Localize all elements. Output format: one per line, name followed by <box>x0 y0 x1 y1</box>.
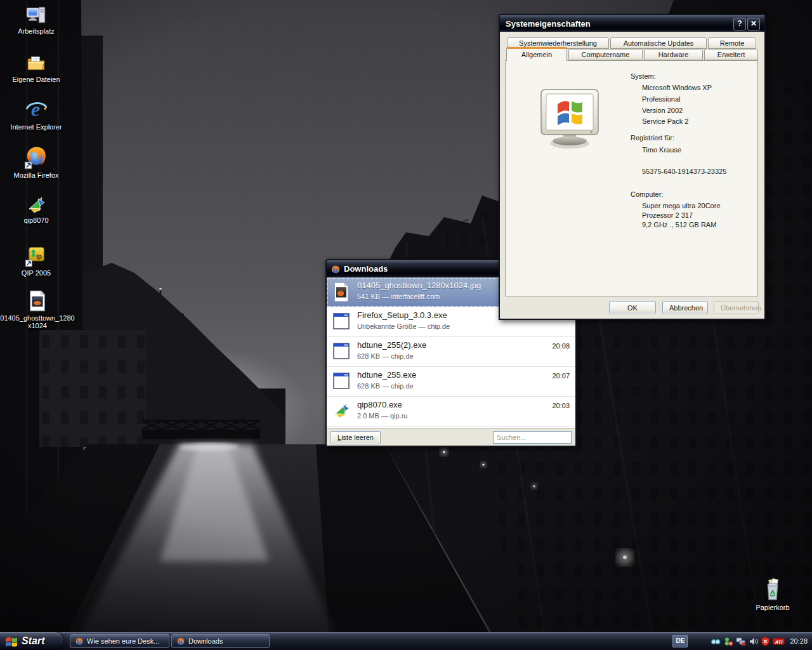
downloads-footer: Liste leeren <box>327 428 575 446</box>
computer-section-label: Computer: <box>631 190 663 198</box>
cancel-button[interactable]: Abbrechen <box>662 301 708 314</box>
download-meta: 628 KB — chip.de <box>357 382 414 390</box>
image-file-icon <box>27 289 48 312</box>
svg-text:ATI: ATI <box>775 639 783 644</box>
tab-automatische-updates[interactable]: Automatische Updates <box>610 37 707 49</box>
download-time: 20:07 <box>552 372 570 380</box>
system-line: Service Pack 2 <box>642 117 688 125</box>
system-properties-dialog: Systemeigenschaften ? ✕ Systemwiederhers… <box>499 14 766 320</box>
download-filename: qip8070.exe <box>357 400 402 409</box>
registered-section-label: Registriert für: <box>631 134 674 142</box>
windows-logo-icon <box>5 635 18 647</box>
computer-line: 9,2 GHz ., 512 GB RAM <box>642 221 716 229</box>
computer-line: Prozessor 2 317 <box>642 211 693 219</box>
desktop-icon-label: Arbeitsplatz <box>6 27 67 35</box>
desktop-icon-label: Mozilla Firefox <box>6 171 67 179</box>
image-file-icon <box>332 281 351 303</box>
download-meta: 541 KB — interfacelift.com <box>357 293 440 300</box>
firefox-icon <box>176 637 185 646</box>
taskbar-task-firefox-thread[interactable]: Wie sehen eure Desk... <box>70 634 169 648</box>
task-label: Downloads <box>188 637 223 645</box>
desktop-icon-papierkorb[interactable]: Papierkorb <box>742 578 803 611</box>
download-filename: Firefox_Setup_3.0.3.exe <box>357 310 447 320</box>
system-section-label: System: <box>631 72 656 80</box>
task-label: Wie sehen eure Desk... <box>87 637 159 645</box>
downloads-search-input[interactable] <box>493 431 572 444</box>
close-button[interactable]: ✕ <box>747 18 760 30</box>
download-item[interactable]: qip8070.exe 2.0 MB — qip.ru 20:03 <box>327 397 575 427</box>
registered-name: Timo Krause <box>642 146 681 154</box>
download-filename: 01405_ghosttown_1280x1024.jpg <box>357 281 481 290</box>
taskbar-task-downloads[interactable]: Downloads <box>171 634 270 648</box>
download-filename: hdtune_255.exe <box>357 370 416 380</box>
download-meta: Unbekannte Größe — chip.de <box>357 322 450 330</box>
application-file-icon <box>332 341 351 361</box>
ok-button[interactable]: OK <box>609 301 656 314</box>
taskbar: Start Wie sehen eure Desk... Downloads D… <box>0 632 812 650</box>
qip-tray-icon[interactable] <box>710 637 721 646</box>
volume-tray-icon[interactable] <box>749 637 758 646</box>
my-computer-icon <box>25 4 47 25</box>
desktop-icon-arbeitsplatz[interactable]: Arbeitsplatz <box>6 4 67 35</box>
download-time: 20:03 <box>552 402 570 409</box>
recycle-bin-icon <box>761 578 784 602</box>
product-serial: 55375-640-1914373-23325 <box>642 168 726 175</box>
status-offline-tray-icon[interactable] <box>723 637 733 646</box>
desktop-icon-label: 01405_ghosttown_1280x1024 <box>0 314 75 329</box>
desktop-icon-label: Papierkorb <box>742 604 803 611</box>
clear-list-button[interactable]: Liste leeren <box>331 431 381 444</box>
internet-explorer-icon: e <box>25 97 48 121</box>
firefox-icon <box>75 637 84 646</box>
system-tray: DE <box>672 632 812 650</box>
desktop-icon-label: Internet Explorer <box>6 123 67 131</box>
download-time: 20:08 <box>552 342 570 350</box>
start-button[interactable]: Start <box>0 632 63 650</box>
taskbar-clock[interactable]: 20:28 <box>790 637 808 645</box>
tab-computername[interactable]: Computername <box>568 49 643 60</box>
desktop-icon-label: qip8070 <box>6 216 67 224</box>
svg-text:e: e <box>31 98 40 121</box>
download-meta: 2.0 MB — qip.ru <box>357 412 407 420</box>
application-file-icon <box>332 371 351 391</box>
computer-line: Super mega ultra 20Core <box>642 202 721 209</box>
windows-xp-monitor-icon <box>537 88 603 151</box>
desktop-icon-qip-2005[interactable]: ip QIP 2005 <box>6 243 67 277</box>
desktop-icon-ghosttown-image[interactable]: 01405_ghosttown_1280x1024 <box>0 289 75 329</box>
help-button[interactable]: ? <box>733 18 746 30</box>
desktop-icon-mozilla-firefox[interactable]: Mozilla Firefox <box>6 144 67 179</box>
kaspersky-shield-tray-icon[interactable] <box>761 637 770 646</box>
firefox-icon <box>24 144 48 169</box>
system-properties-titlebar[interactable]: Systemeigenschaften <box>500 15 764 32</box>
tab-allgemein[interactable]: Allgemein <box>506 47 567 61</box>
network-disconnected-tray-icon[interactable] <box>736 637 747 646</box>
my-documents-folder-icon <box>25 52 48 74</box>
desktop-icon-internet-explorer[interactable]: e Internet Explorer <box>6 97 67 131</box>
tab-hardware[interactable]: Hardware <box>644 49 703 60</box>
tab-erweitert[interactable]: Erweitert <box>704 49 758 60</box>
system-line: Version 2002 <box>642 107 683 114</box>
download-filename: hdtune_255(2).exe <box>357 340 426 350</box>
desktop-icon-label: QIP 2005 <box>6 269 67 277</box>
desktop-icon-eigene-dateien[interactable]: Eigene Dateien <box>6 52 67 83</box>
ati-tray-icon[interactable]: ATI <box>773 637 785 646</box>
downloads-window-title: Downloads <box>344 264 388 274</box>
language-indicator[interactable]: DE <box>672 635 688 647</box>
qip-2005-icon: ip <box>25 243 48 267</box>
application-file-icon <box>332 311 351 331</box>
system-line: Professional <box>642 95 681 103</box>
qip-installer-icon <box>332 401 351 420</box>
desktop-icon-qip8070[interactable]: qip8070 <box>6 194 67 224</box>
tab-remote[interactable]: Remote <box>708 37 756 49</box>
apply-button[interactable]: Übernehmen <box>714 301 759 314</box>
dialog-title: Systemeigenschaften <box>506 19 591 29</box>
qip-installer-icon <box>25 194 47 215</box>
svg-text:ip: ip <box>36 253 42 260</box>
desktop-icon-label: Eigene Dateien <box>6 76 67 83</box>
system-line: Microsoft Windows XP <box>642 84 712 91</box>
download-item[interactable]: hdtune_255.exe 628 KB — chip.de 20:07 <box>327 367 575 397</box>
start-button-label: Start <box>22 635 44 647</box>
desktop: Arbeitsplatz Eigene Dateien e Internet E… <box>0 0 812 650</box>
download-item[interactable]: hdtune_255(2).exe 628 KB — chip.de 20:08 <box>327 337 575 367</box>
download-meta: 628 KB — chip.de <box>357 352 414 360</box>
firefox-icon <box>331 264 341 274</box>
